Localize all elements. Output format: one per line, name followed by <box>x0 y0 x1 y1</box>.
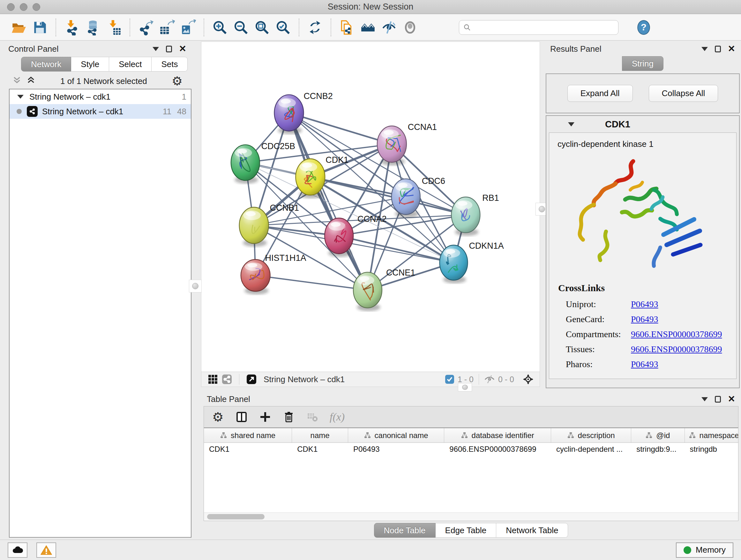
warnings-button[interactable] <box>37 543 56 558</box>
node-hist1h1a[interactable]: HIST1H1A <box>241 253 307 295</box>
network-canvas[interactable]: CCNB2CCNA1CDC25BCDK1CDC6RB1CCNB1CCNA2CDK… <box>201 42 540 372</box>
column-header[interactable]: shared name <box>204 428 292 442</box>
tab-sets[interactable]: Sets <box>151 57 188 71</box>
edge[interactable] <box>256 275 367 290</box>
panel-close-icon[interactable]: ✕ <box>728 44 735 53</box>
panel-close-icon[interactable]: ✕ <box>179 44 186 53</box>
export-image-button[interactable] <box>178 17 199 38</box>
expand-all-networks-icon[interactable] <box>26 75 36 87</box>
show-columns-icon[interactable] <box>235 411 248 423</box>
preview-button[interactable] <box>400 17 421 38</box>
refresh-button[interactable] <box>305 17 326 38</box>
node-ccnb2[interactable]: CCNB2 <box>274 91 333 134</box>
network-graph[interactable]: CCNB2CCNA1CDC25BCDK1CDC6RB1CCNB1CCNA2CDK… <box>201 42 540 372</box>
panel-float-icon[interactable] <box>166 46 172 52</box>
node-rb1[interactable]: RB1 <box>452 193 499 236</box>
scrollbar-thumb[interactable] <box>207 514 265 519</box>
save-session-button[interactable] <box>29 17 51 38</box>
table-horizontal-scrollbar[interactable] <box>204 512 738 521</box>
crosslink-link[interactable]: 9606.ENSP00000378699 <box>631 329 722 339</box>
node-cdk1[interactable]: CDK1 <box>295 155 348 198</box>
network-collection-row[interactable]: String Network – cdk1 1 <box>10 89 191 104</box>
entry-collapse-icon[interactable] <box>568 122 575 126</box>
panel-menu-icon[interactable] <box>701 397 708 401</box>
hide-panels-button[interactable] <box>379 17 400 38</box>
column-header[interactable]: name <box>292 428 348 442</box>
panel-menu-icon[interactable] <box>701 47 708 51</box>
show-all-panels-button[interactable] <box>357 17 379 38</box>
selected-checkbox-icon[interactable] <box>445 374 455 384</box>
zoom-in-button[interactable] <box>209 17 230 38</box>
table-cell[interactable]: CDK1 <box>204 443 292 456</box>
help-button[interactable]: ? <box>633 17 654 38</box>
column-header[interactable]: namespace <box>685 428 738 442</box>
table-cell[interactable]: cyclin-dependent ... <box>551 443 631 456</box>
node-ccne1[interactable]: CCNE1 <box>353 268 415 311</box>
clone-network-button[interactable] <box>336 17 357 38</box>
toolbar-search[interactable] <box>459 20 618 35</box>
left-splitter-handle[interactable] <box>189 280 202 293</box>
network-share-icon[interactable] <box>220 373 234 385</box>
tab-network[interactable]: Network <box>21 57 71 71</box>
import-table-button[interactable] <box>104 17 125 38</box>
zoom-out-button[interactable] <box>230 17 252 38</box>
export-network-button[interactable] <box>135 17 156 38</box>
collapse-all-button[interactable]: Collapse All <box>649 85 718 102</box>
table-cell[interactable]: CDK1 <box>292 443 348 456</box>
panel-float-icon[interactable] <box>715 46 721 52</box>
delete-table-icon[interactable] <box>306 411 319 423</box>
column-header[interactable]: description <box>551 428 631 442</box>
panel-float-icon[interactable] <box>715 396 721 402</box>
tab-edge-table[interactable]: Edge Table <box>435 523 496 538</box>
crosslink-link[interactable]: P06493 <box>631 359 658 369</box>
column-header[interactable]: @id <box>631 428 684 442</box>
zoom-fit-button[interactable] <box>252 17 273 38</box>
import-database-button[interactable] <box>82 17 104 38</box>
tab-node-table[interactable]: Node Table <box>374 523 435 538</box>
birdseye-grid-icon[interactable] <box>206 373 220 385</box>
table-cell[interactable]: P06493 <box>348 443 444 456</box>
open-session-button[interactable] <box>8 17 29 38</box>
horizontal-splitter-handle[interactable] <box>458 383 472 391</box>
tab-style[interactable]: Style <box>71 57 109 71</box>
table-row[interactable]: CDK1CDK1P064939606.ENSP00000378699cyclin… <box>204 443 738 456</box>
table-cell[interactable]: 9606.ENSP00000378699 <box>444 443 551 456</box>
window-minimize-icon[interactable] <box>20 3 27 11</box>
crosslink-link[interactable]: P06493 <box>631 299 658 309</box>
crosslink-link[interactable]: P06493 <box>631 314 658 324</box>
column-header[interactable]: database identifier <box>444 428 551 442</box>
window-zoom-icon[interactable] <box>32 3 40 11</box>
edge[interactable] <box>289 113 392 144</box>
cloud-status-button[interactable] <box>8 543 27 558</box>
tab-string[interactable]: String <box>622 56 664 71</box>
delete-column-icon[interactable] <box>282 411 295 423</box>
memory-button[interactable]: Memory <box>676 543 733 558</box>
import-network-button[interactable] <box>61 17 82 38</box>
edge[interactable] <box>339 236 454 263</box>
expand-all-button[interactable]: Expand All <box>567 85 633 102</box>
tab-network-table[interactable]: Network Table <box>496 523 568 538</box>
crosslink-link[interactable]: 9606.ENSP00000378699 <box>631 344 722 354</box>
edge[interactable] <box>289 113 367 290</box>
table-cell[interactable]: stringdb:9... <box>631 443 684 456</box>
node-cdc6[interactable]: CDC6 <box>392 176 445 218</box>
window-close-icon[interactable] <box>7 3 15 11</box>
zoom-selected-button[interactable] <box>273 17 293 38</box>
export-table-button[interactable] <box>156 17 178 38</box>
hidden-eye-slash-icon[interactable] <box>484 374 495 384</box>
column-header[interactable]: canonical name <box>348 428 444 442</box>
fit-selected-crosshair-icon[interactable] <box>521 373 535 385</box>
panel-menu-icon[interactable] <box>152 47 159 51</box>
node-cdc25b[interactable]: CDC25B <box>231 141 295 184</box>
search-input[interactable] <box>474 23 614 32</box>
table-options-gear-icon[interactable]: ⚙ <box>212 411 224 423</box>
collapse-all-networks-icon[interactable] <box>12 75 22 87</box>
network-row[interactable]: String Network – cdk1 11 48 <box>10 104 191 119</box>
open-in-window-icon[interactable] <box>245 373 259 385</box>
create-column-icon[interactable] <box>259 411 272 423</box>
panel-close-icon[interactable]: ✕ <box>728 395 735 403</box>
function-builder-icon[interactable]: f(x) <box>330 411 345 423</box>
network-options-gear-icon[interactable]: ⚙ <box>172 75 183 87</box>
tab-select[interactable]: Select <box>109 57 151 71</box>
table-cell[interactable]: stringdb <box>685 443 738 456</box>
